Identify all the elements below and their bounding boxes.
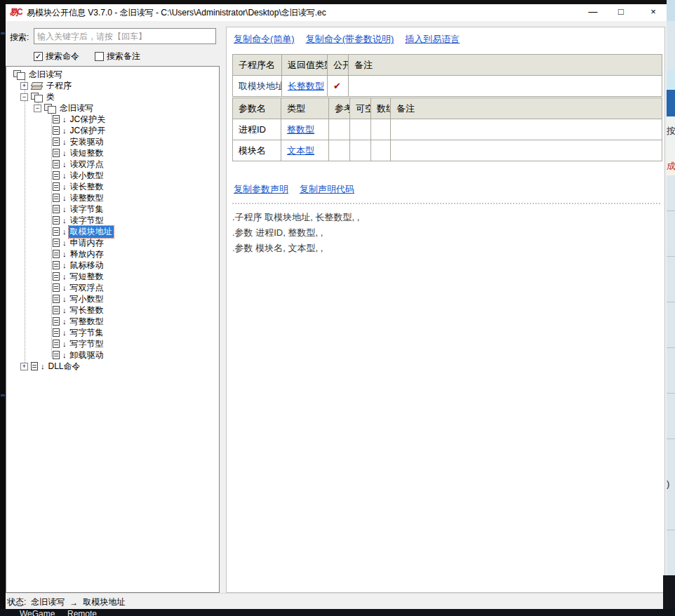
collapse-minus-icon[interactable]: − xyxy=(20,93,28,101)
tree-node-label[interactable]: 释放内存 xyxy=(69,248,105,260)
expand-plus-icon[interactable]: + xyxy=(20,363,28,370)
declaration-code-line: .参数 进程ID, 整数型, , xyxy=(232,227,323,239)
tree-node[interactable]: ↓写长整数 xyxy=(6,304,219,316)
tree-node[interactable]: ↓写字节集 xyxy=(6,327,219,338)
param-array xyxy=(371,140,391,161)
col-public: 公开 xyxy=(328,55,349,76)
tree-node-label[interactable]: 写长整数 xyxy=(69,304,105,316)
tree-node-label[interactable]: 写小数型 xyxy=(69,293,105,305)
tree-node[interactable]: ↓读小数型 xyxy=(6,170,219,181)
down-arrow-icon: ↓ xyxy=(62,227,67,236)
tree-node-label[interactable]: 取模块地址 xyxy=(69,226,114,238)
tree-node[interactable]: ↓写短整数 xyxy=(6,271,219,282)
clipped-text-fragment: ) xyxy=(667,478,669,489)
tree-node-label[interactable]: 念旧读写 xyxy=(58,102,95,114)
copy-declaration-code-link[interactable]: 复制声明代码 xyxy=(300,183,354,196)
tree-node-label[interactable]: 念旧读写 xyxy=(27,69,64,81)
tree-node-label[interactable]: DLL命令 xyxy=(47,361,82,373)
checkbox-unchecked-icon[interactable] xyxy=(95,52,104,61)
tree-node-label[interactable]: 子程序 xyxy=(45,80,73,92)
tree-node-label[interactable]: 读字节集 xyxy=(69,203,105,215)
checkbox-search-remarks[interactable]: 搜索备注 xyxy=(95,51,140,62)
tree-node[interactable]: ↓写小数型 xyxy=(6,293,219,304)
down-arrow-icon: ↓ xyxy=(62,261,67,269)
tree-node[interactable]: −类 xyxy=(6,91,219,102)
tree-node-label[interactable]: 鼠标移动 xyxy=(69,260,105,272)
collapse-minus-icon[interactable]: − xyxy=(34,105,41,112)
tree-node[interactable]: −念旧读写 xyxy=(6,102,219,114)
tree-node[interactable]: ↓取模块地址 xyxy=(6,226,219,237)
tree-node[interactable]: 念旧读写 xyxy=(6,69,219,80)
down-arrow-icon: ↓ xyxy=(62,216,67,225)
tree-node-label[interactable]: 写字节型 xyxy=(69,338,105,350)
tree-node[interactable]: ↓安装驱动 xyxy=(6,136,219,147)
search-input[interactable] xyxy=(34,28,216,44)
tree-node[interactable]: ↓读字节集 xyxy=(6,203,219,215)
tree-node[interactable]: ↓读字节型 xyxy=(6,215,219,226)
expand-plus-icon[interactable]: + xyxy=(20,82,28,90)
tree-node[interactable]: ↓卸载驱动 xyxy=(6,349,219,361)
col-subroutine-name: 子程序名 xyxy=(233,55,282,76)
checkbox-checked-icon[interactable]: ✓ xyxy=(34,52,43,61)
declaration-links: 复制参数声明 复制声明代码 xyxy=(234,183,354,196)
down-arrow-icon: ↓ xyxy=(62,171,67,180)
tree-node-label[interactable]: JC保护开 xyxy=(69,125,107,137)
taskbar-item[interactable]: WeGame xyxy=(20,609,55,616)
close-button[interactable]: × xyxy=(643,4,664,21)
tree-node-label[interactable]: 读短整数 xyxy=(69,147,105,159)
copy-param-declaration-link[interactable]: 复制参数声明 xyxy=(234,183,288,196)
tree-node[interactable]: ↓读整数型 xyxy=(6,192,219,203)
tree-node-label[interactable]: 卸载驱动 xyxy=(69,349,105,361)
tree-node[interactable]: +子程序 xyxy=(6,80,219,91)
param-type-link[interactable]: 文本型 xyxy=(287,145,314,156)
tree-node[interactable]: ↓读双浮点 xyxy=(6,159,219,170)
tree-node-label[interactable]: 读双浮点 xyxy=(69,159,105,170)
method-icon xyxy=(53,295,60,303)
tree-node[interactable]: ↓JC保护关 xyxy=(6,114,219,125)
tree-node[interactable]: ↓写字节型 xyxy=(6,338,219,349)
tree-node-label[interactable]: 安装驱动 xyxy=(69,136,105,148)
tree-node-label[interactable]: 申请内存 xyxy=(69,237,105,249)
checkbox-search-commands[interactable]: ✓ 搜索命令 xyxy=(34,51,79,62)
method-icon xyxy=(53,283,60,292)
tree-node[interactable]: ↓读短整数 xyxy=(6,147,219,159)
tree-node[interactable]: ↓释放内存 xyxy=(6,248,219,260)
param-type-link[interactable]: 整数型 xyxy=(287,124,314,135)
tree-node-label[interactable]: 读整数型 xyxy=(69,192,105,204)
copy-command-simple-link[interactable]: 复制命令(简单) xyxy=(234,33,295,46)
tree-node-label[interactable]: 读长整数 xyxy=(69,181,105,193)
tree-node-label[interactable]: 写双浮点 xyxy=(69,282,105,294)
tree-node-label[interactable]: 写短整数 xyxy=(69,271,105,283)
tree-node[interactable]: ↓读长整数 xyxy=(6,181,219,192)
tree-node-label[interactable]: 读字节型 xyxy=(69,215,105,227)
status-arrow-icon: → xyxy=(69,598,78,608)
method-icon xyxy=(53,126,60,135)
tree-node[interactable]: ↓申请内存 xyxy=(6,237,219,248)
tree-node[interactable]: ↓写双浮点 xyxy=(6,282,219,293)
tree-node-label[interactable]: 写字节集 xyxy=(69,327,105,339)
sliver-line xyxy=(667,438,675,439)
col-byref: 参考 xyxy=(329,98,350,119)
param-ref xyxy=(329,140,350,161)
status-label: 状态: xyxy=(7,596,26,608)
method-icon xyxy=(53,328,60,337)
command-detail-panel: 复制命令(简单) 复制命令(带参数说明) 插入到易语言 子程序名 返回值类型 公… xyxy=(226,27,665,593)
tree-node-label[interactable]: JC保护关 xyxy=(69,114,107,126)
method-icon xyxy=(53,227,60,236)
module-tree-panel: 念旧读写+子程序−类−念旧读写↓JC保护关↓JC保护开↓安装驱动↓读短整数↓读双… xyxy=(6,66,220,593)
return-type-link[interactable]: 长整数型 xyxy=(288,81,324,91)
tree-node-label[interactable]: 写整数型 xyxy=(69,316,105,328)
taskbar-item[interactable]: Remote xyxy=(67,609,97,616)
tree-node[interactable]: ↓鼠标移动 xyxy=(6,260,219,271)
tree-node[interactable]: ↓写整数型 xyxy=(6,316,219,327)
maximize-button[interactable]: □ xyxy=(610,4,631,21)
tree-node[interactable]: ↓JC保护开 xyxy=(6,125,219,136)
insert-to-elanguage-link[interactable]: 插入到易语言 xyxy=(405,33,460,46)
tree-node-label[interactable]: 类 xyxy=(45,91,56,103)
col-remark: 备注 xyxy=(349,55,662,76)
down-arrow-icon: ↓ xyxy=(41,362,45,370)
tree-node[interactable]: +↓DLL命令 xyxy=(6,361,219,372)
copy-command-with-params-link[interactable]: 复制命令(带参数说明) xyxy=(306,33,394,46)
tree-node-label[interactable]: 读小数型 xyxy=(69,170,105,182)
minimize-button[interactable]: — xyxy=(582,4,603,21)
